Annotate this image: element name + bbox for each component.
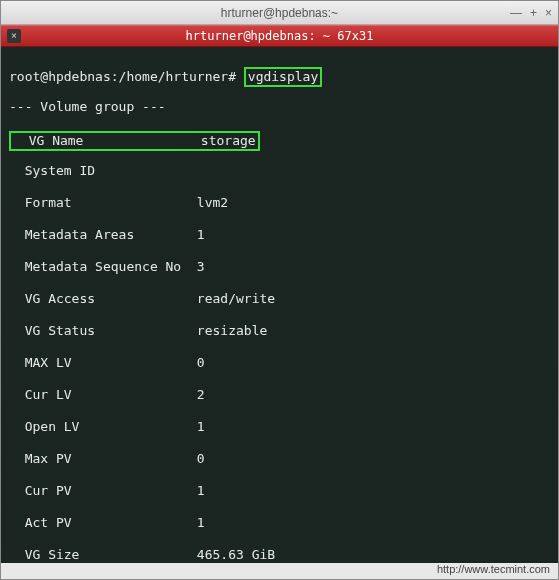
terminal-body[interactable]: root@hpdebnas:/home/hrturner# vgdisplay … — [1, 47, 558, 563]
field-row: VG Access read/write — [9, 291, 550, 307]
vg-name-row: VG Name storage — [9, 131, 260, 151]
maximize-button[interactable]: + — [530, 6, 537, 20]
field-row: Open LV 1 — [9, 419, 550, 435]
terminal-title-text: hrturner@hpdebnas: ~ 67x31 — [186, 29, 374, 43]
field-row: Cur PV 1 — [9, 483, 550, 499]
field-row: VG Status resizable — [9, 323, 550, 339]
field-row: Format lvm2 — [9, 195, 550, 211]
terminal-titlebar: × hrturner@hpdebnas: ~ 67x31 — [1, 25, 558, 47]
outer-title-text: hrturner@hpdebnas:~ — [221, 6, 338, 20]
field-row: MAX LV 0 — [9, 355, 550, 371]
field-row: Max PV 0 — [9, 451, 550, 467]
field-row: Metadata Sequence No 3 — [9, 259, 550, 275]
minimize-button[interactable]: — — [510, 6, 522, 20]
watermark-text: http://www.tecmint.com — [437, 563, 550, 575]
vg-group-header: --- Volume group --- — [9, 99, 550, 115]
cmd-vgdisplay: vgdisplay — [244, 67, 322, 87]
outer-window-titlebar: hrturner@hpdebnas:~ — + × — [1, 1, 558, 25]
field-row: Metadata Areas 1 — [9, 227, 550, 243]
field-row: VG Size 465.63 GiB — [9, 547, 550, 563]
prompt-1: root@hpdebnas:/home/hrturner# — [9, 69, 236, 84]
close-button[interactable]: × — [545, 6, 552, 20]
window-controls: — + × — [510, 6, 552, 20]
field-row: Cur LV 2 — [9, 387, 550, 403]
field-row: Act PV 1 — [9, 515, 550, 531]
field-row: System ID — [9, 163, 550, 179]
terminal-close-icon[interactable]: × — [7, 29, 21, 43]
